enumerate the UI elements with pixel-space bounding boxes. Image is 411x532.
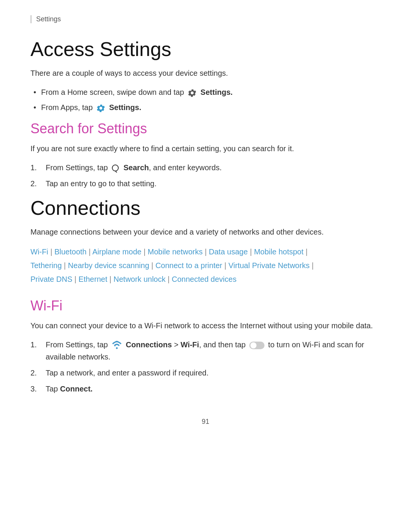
list-item: 2. Tap an entry to go to that setting. xyxy=(30,177,381,190)
link-nearby-device[interactable]: Nearby device scanning xyxy=(68,261,149,270)
step-text: Tap an entry to go to that setting. xyxy=(46,179,156,188)
wifi-step1-text: From Settings, tap Connections > Wi-Fi, … xyxy=(46,340,364,361)
list-item: 1. From Settings, tap Search, and enter … xyxy=(30,161,381,174)
page-number: 91 xyxy=(30,418,381,426)
page-container: Settings Access Settings There are a cou… xyxy=(0,0,411,449)
search-settings-intro: If you are not sure exactly where to fin… xyxy=(30,142,381,155)
breadcrumb-text: Settings xyxy=(36,15,61,23)
connections-title: Connections xyxy=(30,197,381,219)
link-network-unlock[interactable]: Network unlock xyxy=(113,275,166,283)
link-private-dns[interactable]: Private DNS xyxy=(30,275,72,283)
wifi-icon xyxy=(112,340,122,350)
wifi-steps: 1. From Settings, tap Connections > Wi-F… xyxy=(30,339,381,395)
gear-dark-icon xyxy=(187,88,197,98)
link-mobile-networks[interactable]: Mobile networks xyxy=(148,248,203,256)
access-settings-bullets: From a Home screen, swipe down and tap S… xyxy=(30,86,381,113)
breadcrumb: Settings xyxy=(30,15,381,23)
list-item: 2. Tap a network, and enter a password i… xyxy=(30,367,381,379)
connections-bold: Connections xyxy=(126,340,172,349)
access-settings-intro: There are a couple of ways to access you… xyxy=(30,67,381,79)
link-wifi[interactable]: Wi-Fi xyxy=(30,248,48,256)
settings-bold: Settings. xyxy=(201,88,233,96)
access-settings-title: Access Settings xyxy=(30,38,381,60)
toggle-icon xyxy=(249,341,264,349)
svg-point-2 xyxy=(250,342,256,348)
wifi-step2-text: Tap a network, and enter a password if r… xyxy=(46,369,209,377)
wifi-step3-text: Tap Connect. xyxy=(46,385,92,393)
connections-intro: Manage connections between your device a… xyxy=(30,226,381,238)
connections-links: Wi-Fi | Bluetooth | Airplane mode | Mobi… xyxy=(30,245,381,286)
wifi-bold: Wi-Fi xyxy=(180,340,199,349)
link-bluetooth[interactable]: Bluetooth xyxy=(54,248,87,256)
bullet-text: From Apps, tap Settings. xyxy=(41,103,141,112)
link-connect-printer[interactable]: Connect to a printer xyxy=(155,261,222,270)
settings-bold2: Settings. xyxy=(109,103,141,112)
bullet-text: From a Home screen, swipe down and tap S… xyxy=(41,88,233,96)
list-item: From a Home screen, swipe down and tap S… xyxy=(30,86,381,98)
search-settings-steps: 1. From Settings, tap Search, and enter … xyxy=(30,161,381,190)
gear-blue-icon xyxy=(96,103,106,113)
list-item: 1. From Settings, tap Connections > Wi-F… xyxy=(30,339,381,363)
svg-point-0 xyxy=(116,347,118,349)
list-item: 3. Tap Connect. xyxy=(30,383,381,395)
link-data-usage[interactable]: Data usage xyxy=(209,248,248,256)
link-tethering[interactable]: Tethering xyxy=(30,261,62,270)
search-settings-title: Search for Settings xyxy=(30,121,381,136)
wifi-title: Wi-Fi xyxy=(30,298,381,313)
wifi-intro: You can connect your device to a Wi-Fi n… xyxy=(30,320,381,332)
step-text: From Settings, tap Search, and enter key… xyxy=(46,163,221,172)
link-mobile-hotspot[interactable]: Mobile hotspot xyxy=(254,248,303,256)
link-ethernet[interactable]: Ethernet xyxy=(78,275,107,283)
link-connected-devices[interactable]: Connected devices xyxy=(172,275,236,283)
link-vpn[interactable]: Virtual Private Networks xyxy=(228,261,309,270)
link-airplane-mode[interactable]: Airplane mode xyxy=(92,248,142,256)
search-icon xyxy=(111,164,120,173)
list-item: From Apps, tap Settings. xyxy=(30,101,381,113)
search-bold: Search xyxy=(124,163,149,172)
